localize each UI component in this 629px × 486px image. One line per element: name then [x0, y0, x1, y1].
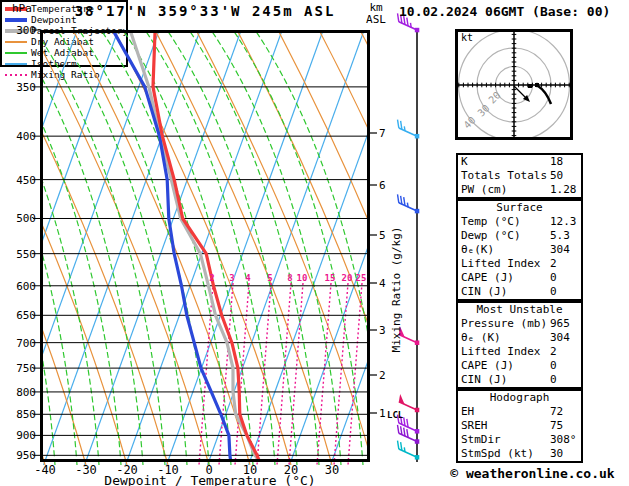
- hodo-ring-label: 40: [461, 114, 477, 130]
- stat-label: Totals Totals: [461, 169, 550, 183]
- series-dewpoint: [113, 30, 231, 461]
- pressure-tick-label: 350: [16, 81, 36, 94]
- mixing-ratio-label: 3: [229, 273, 234, 283]
- table-row: Lifted Index2: [458, 257, 581, 271]
- table-row: Temp (°C)12.3: [458, 215, 581, 229]
- copyright: © weatheronline.co.uk: [436, 466, 629, 481]
- stat-value: 2: [550, 345, 557, 359]
- skewt-app: 3003504004505005506006507007508008509009…: [0, 0, 629, 486]
- table-row: θₑ (K)304: [458, 331, 581, 345]
- stat-label: CIN (J): [461, 285, 550, 299]
- mixing-ratio-axis-label: Mixing Ratio (g/kg): [390, 224, 403, 356]
- km-tick-label: 4: [379, 277, 386, 290]
- pressure-tick-label: 800: [16, 386, 36, 399]
- mixing-ratio-label: 2: [209, 273, 214, 283]
- lcl-marker-label: LCL: [387, 410, 403, 420]
- page-title: 38°17'N 359°33'W 245m ASL: [40, 3, 370, 19]
- stat-label: SREH: [461, 419, 550, 433]
- stat-label: StmDir: [461, 433, 550, 447]
- km-tick-label: 7: [379, 127, 386, 140]
- stat-value: 72: [550, 405, 563, 419]
- stat-value: 2: [550, 257, 557, 271]
- table-row: PW (cm)1.28: [458, 183, 581, 197]
- mixing-ratio-labels: 2345810152025: [209, 273, 366, 283]
- mixing-ratio-label: 15: [325, 273, 336, 283]
- stat-label: Lifted Index: [461, 345, 550, 359]
- pressure-tick-label: 900: [16, 429, 36, 442]
- pressure-tick-label: 450: [16, 174, 36, 187]
- table-row: θₑ(K)304: [458, 243, 581, 257]
- pressure-tick-label: 600: [16, 280, 36, 293]
- stat-label: Pressure (mb): [461, 317, 550, 331]
- mixing-ratio-label: 4: [245, 273, 251, 283]
- stat-value: 12.3: [550, 215, 577, 229]
- mixing-ratio-label: 5: [267, 273, 272, 283]
- stat-label: CAPE (J): [461, 271, 550, 285]
- stats-table-header: Hodograph: [458, 391, 581, 405]
- table-row: EH72: [458, 405, 581, 419]
- pressure-tick-label: 650: [16, 309, 36, 322]
- km-axis: 7654321: [370, 127, 386, 420]
- mixing-ratio-label: 8: [287, 273, 292, 283]
- table-row: SREH75: [458, 419, 581, 433]
- table-row: CAPE (J)0: [458, 359, 581, 373]
- stat-value: 304: [550, 331, 570, 345]
- km-tick-label: 2: [379, 369, 386, 382]
- table-row: Pressure (mb)965: [458, 317, 581, 331]
- stat-label: K: [461, 155, 550, 169]
- stat-value: 0: [550, 359, 557, 373]
- stat-value: 308°: [550, 433, 577, 447]
- stat-value: 0: [550, 271, 557, 285]
- stats-table: HodographEH72SREH75StmDir308°StmSpd (kt)…: [456, 389, 583, 463]
- altitude-unit-asl: ASL: [358, 14, 394, 26]
- table-row: K18: [458, 155, 581, 169]
- stat-label: StmSpd (kt): [461, 447, 550, 461]
- stat-value: 30: [550, 447, 563, 461]
- pressure-tick-label: 500: [16, 212, 36, 225]
- stat-value: 1.28: [550, 183, 577, 197]
- stat-value: 304: [550, 243, 570, 257]
- hodo-unit-label: kt: [461, 32, 473, 43]
- stat-value: 965: [550, 317, 570, 331]
- table-row: CIN (J)0: [458, 285, 581, 299]
- stat-value: 5.3: [550, 229, 570, 243]
- stat-label: PW (cm): [461, 183, 550, 197]
- stat-label: Lifted Index: [461, 257, 550, 271]
- storm-motion-arrow: [514, 86, 526, 98]
- stats-table-header: Surface: [458, 201, 581, 215]
- series-temperature: [153, 30, 259, 461]
- pressure-unit-label: hPa: [12, 2, 32, 15]
- pressure-tick-label: 550: [16, 248, 36, 261]
- stat-label: CAPE (J): [461, 359, 550, 373]
- stat-label: Temp (°C): [461, 215, 550, 229]
- table-row: Lifted Index2: [458, 345, 581, 359]
- pressure-tick-label: 300: [16, 24, 36, 37]
- stat-value: 0: [550, 373, 557, 387]
- pressure-tick-label: 750: [16, 362, 36, 375]
- wind-barb: [398, 194, 420, 213]
- sounding-profiles: [113, 30, 260, 461]
- stats-table: SurfaceTemp (°C)12.3Dewp (°C)5.3θₑ(K)304…: [456, 199, 583, 301]
- stat-value: 50: [550, 169, 563, 183]
- stats-table-header: Most Unstable: [458, 303, 581, 317]
- pressure-tick-label: 700: [16, 337, 36, 350]
- altitude-unit-label: km ASL: [358, 2, 394, 26]
- mixing-ratio-label: 25: [356, 273, 367, 283]
- run-date-label: 10.02.2024 06GMT (Base: 00): [399, 4, 629, 19]
- stat-value: 75: [550, 419, 563, 433]
- km-tick-label: 6: [379, 179, 386, 192]
- hodo-ring-label: 30: [475, 102, 491, 118]
- hodo-ring-label: 20: [486, 89, 502, 105]
- hodograph: 203040kt: [454, 25, 574, 145]
- stat-label: EH: [461, 405, 550, 419]
- km-tick-label: 1: [379, 407, 386, 420]
- table-row: CAPE (J)0: [458, 271, 581, 285]
- pressure-tick-label: 950: [16, 449, 36, 462]
- km-tick-label: 3: [379, 324, 386, 337]
- table-row: Dewp (°C)5.3: [458, 229, 581, 243]
- stat-label: θₑ (K): [461, 331, 550, 345]
- mixing-ratio-label: 10: [297, 273, 308, 283]
- stat-label: CIN (J): [461, 373, 550, 387]
- table-row: Totals Totals50: [458, 169, 581, 183]
- table-row: StmSpd (kt)30: [458, 447, 581, 461]
